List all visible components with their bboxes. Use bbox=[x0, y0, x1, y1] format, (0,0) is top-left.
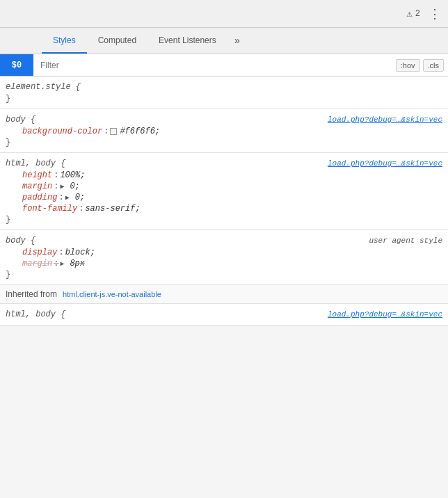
styles-panel: element.style { } body { load.php?debug=… bbox=[0, 77, 448, 326]
rule-selector: element.style { bbox=[6, 82, 81, 92]
rule-close-brace: } bbox=[0, 214, 448, 225]
prop-value-height: 100%; bbox=[60, 170, 85, 180]
rule-source-body[interactable]: load.php?debug=…&skin=vec bbox=[328, 115, 442, 124]
menu-icon[interactable]: ⋮ bbox=[429, 6, 441, 22]
prop-value-margin: 0; bbox=[70, 182, 79, 191]
filter-bar: $0 :hov .cls bbox=[0, 54, 448, 77]
rule-close-brace: } bbox=[0, 93, 448, 104]
warning-icon: ⚠️ bbox=[406, 8, 412, 19]
rule-property-bg-color: background-color : #f6f6f6; bbox=[0, 126, 448, 137]
rule-source-last[interactable]: load.php?debug=…&skin=vec bbox=[328, 310, 442, 319]
inherited-from-label: Inherited from bbox=[6, 289, 57, 299]
rule-block-last: html, body { load.php?debug=…&skin=vec bbox=[0, 304, 448, 326]
rule-block-element-style: element.style { } bbox=[0, 77, 448, 109]
prop-name-padding: padding bbox=[22, 193, 57, 202]
rule-property-font-family: font-family : sans-serif; bbox=[0, 203, 448, 214]
rule-property-padding: padding : ▶ 0; bbox=[0, 192, 448, 203]
rule-header-body-ua: body { user agent style bbox=[0, 234, 448, 247]
rule-block-body-ua: body { user agent style display : block;… bbox=[0, 230, 448, 285]
rule-source-html-body[interactable]: load.php?debug=…&skin=vec bbox=[328, 159, 442, 168]
hov-button[interactable]: :hov bbox=[396, 59, 420, 72]
rule-close-brace-ua: } bbox=[0, 269, 448, 280]
tab-styles[interactable]: Styles bbox=[42, 28, 87, 54]
rule-selector-body: body { bbox=[6, 115, 35, 124]
prop-name-display: display bbox=[22, 248, 57, 257]
filter-buttons: :hov .cls bbox=[396, 59, 448, 72]
inherited-from-link[interactable]: html.client-js.ve-not-available bbox=[63, 290, 161, 298]
top-bar: ⚠️ 2 ⋮ bbox=[0, 0, 448, 28]
prop-name-font-family: font-family bbox=[22, 204, 77, 214]
rule-property-margin-ua: margin : ▶ 8px bbox=[0, 258, 448, 269]
prop-name-margin-ua: margin bbox=[22, 259, 52, 268]
prop-name-bg-color: background-color bbox=[22, 127, 102, 136]
cls-button[interactable]: .cls bbox=[423, 59, 445, 72]
prop-name-height: height bbox=[22, 170, 52, 180]
prop-value-margin-ua: 8px bbox=[70, 259, 85, 268]
tab-more[interactable]: » bbox=[227, 28, 247, 54]
rule-property-margin: margin : ▶ 0; bbox=[0, 181, 448, 192]
expand-arrow-margin-ua[interactable]: ▶ bbox=[60, 259, 70, 268]
rule-source-ua: user agent style bbox=[369, 236, 442, 245]
rule-header-html-body: html, body { load.php?debug=…&skin=vec bbox=[0, 157, 448, 170]
filter-input[interactable] bbox=[33, 61, 396, 70]
prop-value-padding: 0; bbox=[75, 193, 85, 202]
color-swatch-bg[interactable] bbox=[110, 128, 117, 135]
prop-name-margin: margin bbox=[22, 182, 52, 191]
rule-header-last: html, body { load.php?debug=…&skin=vec bbox=[0, 308, 448, 321]
rule-block-body-bg: body { load.php?debug=…&skin=vec backgro… bbox=[0, 109, 448, 153]
warning-badge: ⚠️ 2 bbox=[406, 8, 420, 19]
rule-close-brace: } bbox=[0, 137, 448, 148]
rule-selector-body-ua: body { bbox=[6, 236, 35, 246]
rule-header: element.style { bbox=[0, 81, 448, 93]
tabs-bar: Styles Computed Event Listeners » bbox=[0, 28, 448, 54]
tab-computed[interactable]: Computed bbox=[87, 28, 147, 54]
rule-property-height: height : 100%; bbox=[0, 170, 448, 181]
selected-element-badge: $0 bbox=[0, 54, 33, 76]
prop-value-display: block; bbox=[65, 248, 95, 257]
warning-count: 2 bbox=[415, 9, 420, 19]
expand-arrow-margin[interactable]: ▶ bbox=[60, 182, 70, 191]
prop-value-bg-color: #f6f6f6; bbox=[120, 127, 160, 136]
rule-selector-last: html, body { bbox=[6, 310, 65, 319]
tab-event-listeners[interactable]: Event Listeners bbox=[147, 28, 227, 54]
inherited-from-section: Inherited from html.client-js.ve-not-ava… bbox=[0, 285, 448, 304]
rule-block-html-body: html, body { load.php?debug=…&skin=vec h… bbox=[0, 153, 448, 230]
rule-property-display: display : block; bbox=[0, 247, 448, 258]
expand-arrow-padding[interactable]: ▶ bbox=[65, 193, 75, 202]
rule-selector-html-body: html, body { bbox=[6, 159, 65, 168]
rule-header-body-bg: body { load.php?debug=…&skin=vec bbox=[0, 113, 448, 126]
prop-value-font-family: sans-serif; bbox=[85, 204, 140, 214]
